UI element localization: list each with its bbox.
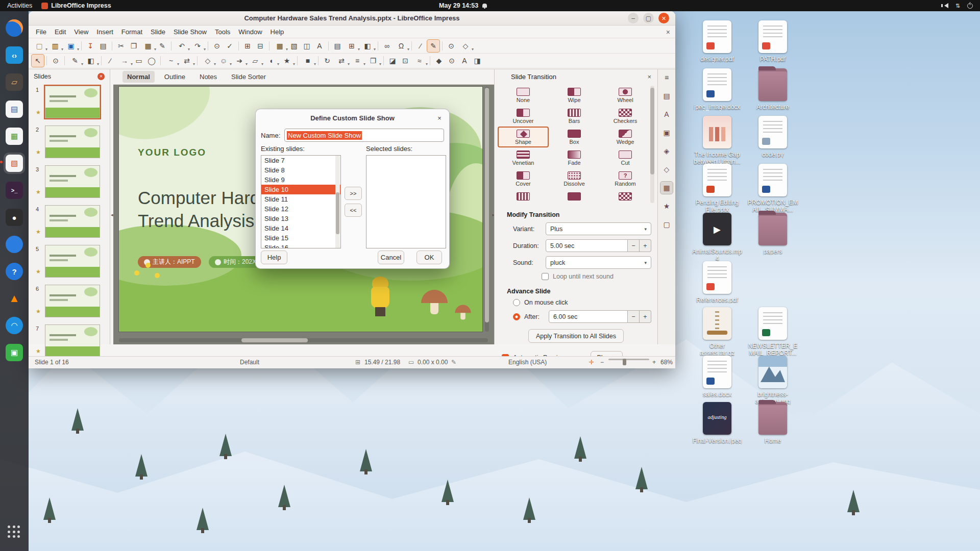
new-slide-icon[interactable]: ⊞ (344, 40, 359, 52)
menu-help[interactable]: Help (266, 27, 288, 37)
slide-list-item[interactable]: Slide 12 (261, 204, 340, 214)
edit-mode-icon[interactable]: ✎ (451, 359, 456, 366)
selected-slides-list[interactable] (366, 155, 446, 248)
print-icon[interactable]: ▤ (97, 40, 109, 52)
blue-swirl-app-icon[interactable]: ◠ (4, 315, 25, 336)
sep[interactable] (409, 40, 414, 52)
insert-textbox-icon[interactable]: A (313, 40, 326, 52)
sep[interactable] (428, 55, 432, 67)
open-icon[interactable]: ▥ (47, 40, 63, 52)
horizontal-scrollbar[interactable] (119, 338, 488, 342)
desktop-icon[interactable]: References.pdf (692, 261, 743, 304)
after-decrease-button[interactable]: − (628, 310, 640, 323)
copy-icon[interactable]: ❐ (128, 40, 140, 52)
move-to-selected-button[interactable]: >> (345, 187, 362, 200)
menu-view[interactable]: View (70, 27, 92, 37)
callout-shapes-icon[interactable]: ◖ (263, 55, 279, 67)
move-to-existing-button[interactable]: << (345, 204, 362, 217)
styles-deck-icon[interactable]: A (660, 108, 673, 120)
properties-deck-icon[interactable]: ▤ (660, 90, 673, 102)
header-footer-icon[interactable]: ▤ (331, 40, 344, 52)
sep[interactable] (206, 40, 210, 52)
basic-shapes-icon[interactable]: ◇ (200, 55, 215, 67)
desktop-icon[interactable]: AnimalSounds.mp4 (692, 213, 743, 262)
slide-list-item[interactable]: Slide 15 (261, 233, 340, 243)
shadow-icon[interactable]: ◪ (386, 55, 399, 67)
activities-button[interactable]: Activities (7, 2, 32, 9)
sep[interactable] (267, 40, 272, 52)
desktop-icon[interactable]: PATH.pdf (747, 20, 798, 63)
vscode-icon[interactable]: ‹› (4, 44, 25, 66)
slide-title-line2[interactable]: Trend Analysis (138, 211, 254, 231)
ok-button[interactable]: OK (416, 251, 442, 264)
loop-sound-checkbox[interactable] (542, 273, 549, 280)
show-applications-icon[interactable] (8, 525, 21, 539)
scrollbar-thumb[interactable] (241, 338, 308, 342)
apply-to-all-slides-button[interactable]: Apply Transition to All Slides (528, 329, 624, 343)
transition-wedge[interactable]: Wedge (600, 127, 651, 147)
find-replace-icon[interactable]: ⊙ (211, 40, 223, 52)
dialog-close-icon[interactable]: × (435, 113, 444, 122)
paste-icon[interactable]: ▦ (140, 40, 156, 52)
transition-clipped-2[interactable] (549, 189, 600, 204)
desktop-icon[interactable]: NEWSLETTER_EMAIL_REPORT... (747, 307, 798, 357)
transitions-deck-icon[interactable]: ▦ (660, 182, 673, 194)
after-radio[interactable] (513, 313, 520, 320)
impress-icon[interactable]: ▧ (4, 153, 25, 174)
duration-value[interactable]: 5.00 sec (546, 239, 628, 252)
transition-bars[interactable]: Bars (549, 106, 600, 127)
window-titlebar[interactable]: Computer Hardware Sales Trend Analysis.p… (29, 11, 675, 26)
insert-table-icon[interactable]: ▦ (272, 40, 287, 52)
desktop-icon[interactable]: PROMOTION_EMAIL_SUMMA... (747, 164, 798, 213)
line-icon[interactable]: ∕ (104, 55, 116, 67)
3d-objects-icon[interactable]: ■ (300, 55, 315, 67)
writer-icon[interactable]: ▤ (4, 98, 25, 120)
display-grid-icon[interactable]: ⊞ (241, 40, 254, 52)
zoom-percent[interactable]: 68% (660, 359, 673, 366)
redo-icon[interactable]: ↷ (190, 40, 205, 52)
vlc-icon[interactable]: ▲ (4, 288, 25, 309)
rectangle-icon[interactable]: ▭ (133, 55, 145, 67)
slide-list-item[interactable]: Slide 10 (261, 185, 340, 194)
animation-deck-icon[interactable]: ★ (660, 200, 673, 212)
undo-icon[interactable]: ↶ (174, 40, 189, 52)
calc-icon[interactable]: ▦ (4, 126, 25, 147)
sep[interactable] (236, 40, 241, 52)
layout-name-status[interactable]: Default (240, 359, 259, 366)
filter-icon[interactable]: ≈ (412, 55, 427, 67)
zoom-in-icon[interactable]: + (652, 359, 656, 366)
transition-box[interactable]: Box (549, 127, 600, 147)
sep[interactable] (376, 40, 380, 52)
desktop-icon[interactable]: sales.docx (692, 356, 743, 398)
show-draw-functions-icon[interactable]: ✎ (427, 40, 439, 52)
slides-panel-close-icon[interactable]: × (97, 73, 105, 80)
transition-dissolve[interactable]: Dissolve (549, 168, 600, 189)
help-button[interactable]: Help (261, 251, 287, 264)
desktop-icon[interactable]: Architecture (747, 68, 798, 111)
new-document-icon[interactable]: ▢ (32, 40, 47, 52)
software-store-icon[interactable]: ▣ (4, 342, 25, 363)
insert-image-icon[interactable]: ▧ (288, 40, 300, 52)
slide-list-item[interactable]: Slide 14 (261, 223, 340, 233)
slide-layout-icon[interactable]: ◧ (360, 40, 375, 52)
menu-slide-show[interactable]: Slide Show (169, 27, 211, 37)
transition-fade[interactable]: Fade (549, 147, 600, 168)
terminal-icon[interactable]: >_ (4, 180, 25, 201)
transition-wheel[interactable]: Wheel (600, 85, 651, 106)
special-character-icon[interactable]: Ω (394, 40, 409, 52)
duration-increase-button[interactable]: + (640, 239, 651, 252)
name-input[interactable]: New Custom Slide Show (284, 129, 444, 142)
shapes-icon[interactable]: ◇ (458, 40, 473, 52)
arrange-icon[interactable]: ❐ (365, 55, 381, 67)
transition-random[interactable]: ? Random (600, 168, 651, 189)
time-badge[interactable]: 时间：202X (209, 256, 262, 268)
existing-slides-list[interactable]: Slide 7 Slide 8 Slide 9 Slide 10 Slide 1… (261, 155, 341, 248)
focused-app-menu[interactable]: LibreOffice Impress (41, 2, 111, 9)
zoom-slider[interactable] (608, 359, 649, 360)
slide-list-item[interactable]: Slide 11 (261, 194, 340, 204)
align-objects-icon[interactable]: ≡ (350, 55, 365, 67)
master-slides-deck-icon[interactable]: ▢ (660, 218, 673, 231)
zoom-icon[interactable]: ⊙ (445, 40, 457, 52)
sep[interactable] (326, 40, 331, 52)
desktop-icon[interactable]: papers (747, 213, 798, 255)
